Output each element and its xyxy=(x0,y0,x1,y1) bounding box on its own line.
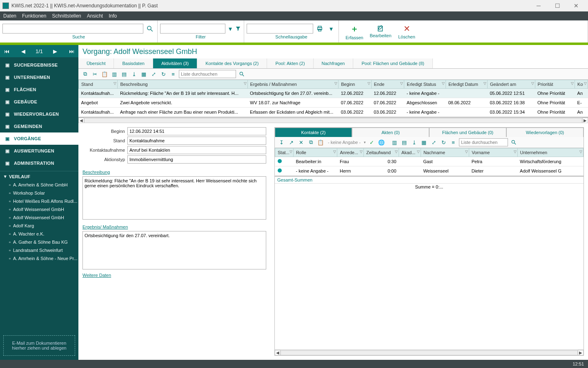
sidebar-item-auswertungen[interactable]: ▣AUSWERTUNGEN xyxy=(0,145,78,157)
grid2-icon[interactable]: ▦ xyxy=(420,138,428,146)
columns-icon[interactable]: ▥ xyxy=(110,70,118,78)
table-row[interactable]: AngebotZwei Angebote verschickt.WV 18.07… xyxy=(79,98,588,108)
nav-last-icon[interactable]: ⏭ xyxy=(67,48,76,54)
col-header[interactable]: Erledigt Status▽ xyxy=(404,80,446,89)
layout-icon[interactable]: ▤ xyxy=(120,70,128,78)
col-header[interactable]: Anrede...▽ xyxy=(337,148,364,157)
filter-input[interactable] xyxy=(160,24,225,34)
contacts-tab-1[interactable]: Akten (0) xyxy=(352,128,429,137)
contacts-search-input[interactable] xyxy=(459,138,508,146)
tab-6[interactable]: Pool: Flächen und Gebäude (8) xyxy=(353,58,433,68)
maximize-button[interactable]: ☐ xyxy=(548,0,567,11)
sidebar-item-gebäude[interactable]: ▣GEBÄUDE xyxy=(0,96,78,108)
paste2-icon[interactable]: 📋 xyxy=(316,138,325,146)
contact-dropdown[interactable]: - keine Angabe - xyxy=(326,140,362,145)
tab-5[interactable]: Nachfragen xyxy=(314,58,354,68)
nav-prev-icon[interactable]: ◀ xyxy=(20,48,27,54)
history-item[interactable]: ▫A. Wachter e.K. xyxy=(0,230,78,238)
menu-daten[interactable]: Daten xyxy=(3,13,16,19)
export-excel-icon[interactable]: ⤓ xyxy=(130,70,138,78)
paste-icon[interactable]: 📋 xyxy=(100,70,109,78)
export2-icon[interactable]: ⤓ xyxy=(410,138,418,146)
sidebar-item-flächen[interactable]: ▣FLÄCHEN xyxy=(0,83,78,96)
stand-field[interactable] xyxy=(127,137,266,145)
menu-schnittstellen[interactable]: Schnittstellen xyxy=(52,13,81,19)
list-icon[interactable]: ≡ xyxy=(169,70,177,78)
col-header[interactable]: Zeitaufwand▽ xyxy=(364,148,399,157)
history-item[interactable]: ▫Workshop Solar xyxy=(0,189,78,197)
search-input[interactable] xyxy=(2,24,143,34)
ergebnis-textarea[interactable] xyxy=(82,231,266,269)
contacts-tab-2[interactable]: Flächen und Gebäude (0) xyxy=(429,128,506,137)
grid-scrollbar[interactable]: ◀▶ xyxy=(78,117,588,123)
add-contact-icon[interactable]: ↧ xyxy=(277,138,285,146)
tab-4[interactable]: Pool: Akten (2) xyxy=(267,58,313,68)
sidebar-item-vorgänge[interactable]: ▣VORGÄNGE xyxy=(0,132,78,145)
remove-contact-icon[interactable]: ✕ xyxy=(297,138,305,146)
bearbeiten-button[interactable]: Bearbeiten xyxy=(368,25,394,38)
table-row[interactable]: Bearbeiter:inFrau0:30GastPetraWirtschaft… xyxy=(275,157,584,166)
col-header[interactable]: Beschreibung▽ xyxy=(118,80,247,89)
refresh2-icon[interactable]: ↻ xyxy=(439,138,448,146)
expand-icon[interactable]: ⤢ xyxy=(149,70,158,78)
grid-icon[interactable]: ▦ xyxy=(140,70,148,78)
cut-icon[interactable]: ✂ xyxy=(91,70,99,78)
columns2-icon[interactable]: ▥ xyxy=(390,138,399,146)
quickoutput-dropdown-icon[interactable]: ▾ xyxy=(326,24,336,34)
beginn-field[interactable] xyxy=(127,127,266,135)
sidebar-item-wiedervorlagen[interactable]: ▣WIEDERVORLAGEN xyxy=(0,108,78,120)
print-icon[interactable] xyxy=(315,24,325,34)
contacts-tab-0[interactable]: Kontakte (2) xyxy=(275,128,352,137)
link-contact-icon[interactable]: ↗ xyxy=(287,138,295,146)
history-item[interactable]: ▫Adolf Weissenseel GmbH xyxy=(0,213,78,222)
table-row[interactable]: - keine Angabe -Herrn0:00WeissenseelDiet… xyxy=(275,166,584,176)
tab-3[interactable]: Kontakte des Vorgangs (2) xyxy=(197,58,267,68)
history-item[interactable]: ▫Hotel Weißes Roß Alfons Rudl... xyxy=(0,197,78,205)
tab-1[interactable]: Basisdaten xyxy=(114,58,153,68)
sidebar-item-administration[interactable]: ▣ADMINISTRATION xyxy=(0,157,78,169)
col-header[interactable]: Stand▽ xyxy=(79,80,118,89)
minimize-button[interactable]: ─ xyxy=(529,0,548,11)
col-header[interactable]: Nachname▽ xyxy=(421,148,469,157)
history-item[interactable]: ▫A. Amrhein & Söhne - Neue Pr... xyxy=(0,254,78,263)
col-header[interactable]: Ko▽ xyxy=(575,80,588,89)
tab-0[interactable]: Übersicht xyxy=(78,58,114,68)
list2-icon[interactable]: ≡ xyxy=(449,138,457,146)
col-header[interactable]: Akad...▽ xyxy=(399,148,421,157)
table-row[interactable]: Kontaktaufnah...Anfrage nach einer Fläch… xyxy=(79,108,588,117)
col-header[interactable]: Beginn▽ xyxy=(339,80,372,89)
sidebar-item-gemeinden[interactable]: ▣GEMEINDEN xyxy=(0,120,78,132)
weitere-daten-link[interactable]: Weitere Daten xyxy=(82,273,266,278)
contacts-scrollbar[interactable]: ◀▶ xyxy=(275,350,584,355)
check-icon[interactable]: ✓ xyxy=(368,138,376,146)
col-header[interactable]: Erledigt Datum▽ xyxy=(446,80,488,89)
col-header[interactable]: Geändert am▽ xyxy=(487,80,535,89)
col-header[interactable]: Rolle▽ xyxy=(293,148,337,157)
expand2-icon[interactable]: ⤢ xyxy=(430,138,438,146)
contacts-tab-3[interactable]: Wiedervorlagen (0) xyxy=(506,128,584,137)
email-dropzone[interactable]: E-Mail zum Dokumentieren hierher ziehen … xyxy=(3,335,75,356)
nav-next-icon[interactable]: ▶ xyxy=(51,48,59,54)
nav-first-icon[interactable]: ⏮ xyxy=(2,48,11,54)
filter-icon[interactable]: ▾ xyxy=(227,24,234,34)
list-search-input[interactable] xyxy=(179,70,236,78)
list-search-icon[interactable] xyxy=(238,70,246,78)
menu-funktionen[interactable]: Funktionen xyxy=(22,13,46,19)
col-header[interactable]: Stat...▽ xyxy=(275,148,294,157)
contacts-search-icon[interactable] xyxy=(510,138,518,146)
layout2-icon[interactable]: ▤ xyxy=(400,138,408,146)
history-item[interactable]: ▫Landratsamt Schweinfurt xyxy=(0,246,78,254)
history-item[interactable]: ▫A. Amrhein & Söhne GmbH xyxy=(0,181,78,189)
col-header[interactable]: Unternehmen▽ xyxy=(517,148,583,157)
history-item[interactable]: ▫Adolf Karg xyxy=(0,222,78,230)
kontakt-field[interactable] xyxy=(127,146,266,154)
menu-ansicht[interactable]: Ansicht xyxy=(87,13,103,19)
col-header[interactable]: Ende▽ xyxy=(371,80,404,89)
menu-info[interactable]: Info xyxy=(109,13,117,19)
col-header[interactable]: Vorname▽ xyxy=(469,148,517,157)
loeschen-button[interactable]: ✕ Löschen xyxy=(394,24,420,39)
contacts-grid[interactable]: Stat...▽Rolle▽Anrede...▽Zeitaufwand▽Akad… xyxy=(275,148,584,176)
col-header[interactable]: Ergebnis / Maßnahmen▽ xyxy=(247,80,339,89)
aktion-field[interactable] xyxy=(127,155,266,164)
table-row[interactable]: Kontaktaufnah...Rückmeldung: Fläche "An … xyxy=(79,89,588,98)
